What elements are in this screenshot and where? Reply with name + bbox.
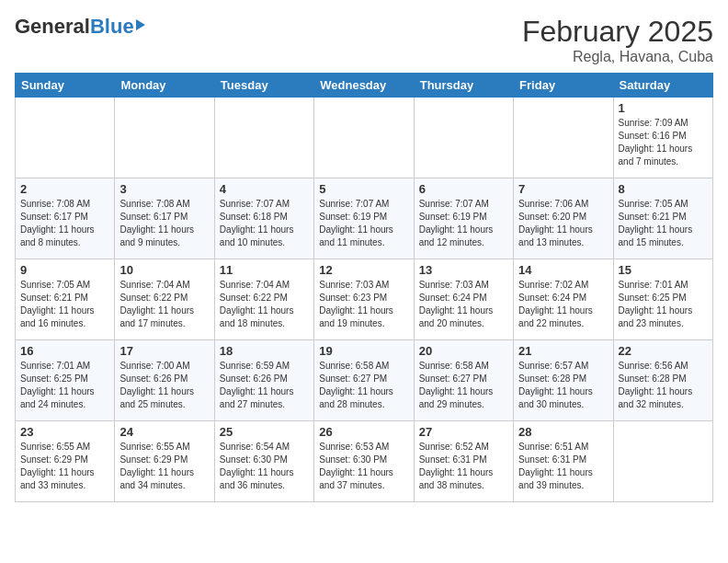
day-info: Sunrise: 6:53 AM Sunset: 6:30 PM Dayligh… bbox=[319, 441, 408, 492]
day-number: 18 bbox=[220, 344, 309, 358]
calendar-cell: 5Sunrise: 7:07 AM Sunset: 6:19 PM Daylig… bbox=[314, 178, 414, 259]
calendar-cell bbox=[214, 98, 313, 178]
calendar-week-5: 23Sunrise: 6:55 AM Sunset: 6:29 PM Dayli… bbox=[16, 421, 713, 502]
day-number: 25 bbox=[220, 425, 309, 439]
calendar-cell: 1Sunrise: 7:09 AM Sunset: 6:16 PM Daylig… bbox=[613, 98, 712, 178]
day-info: Sunrise: 7:07 AM Sunset: 6:18 PM Dayligh… bbox=[220, 198, 309, 249]
day-number: 1 bbox=[619, 101, 708, 115]
day-number: 12 bbox=[319, 263, 408, 277]
day-info: Sunrise: 7:00 AM Sunset: 6:26 PM Dayligh… bbox=[119, 360, 209, 411]
day-number: 16 bbox=[20, 344, 109, 358]
calendar-cell: 16Sunrise: 7:01 AM Sunset: 6:25 PM Dayli… bbox=[16, 340, 115, 421]
calendar-cell: 23Sunrise: 6:55 AM Sunset: 6:29 PM Dayli… bbox=[16, 421, 115, 502]
day-number: 11 bbox=[220, 263, 309, 277]
logo: General Blue bbox=[15, 15, 145, 39]
weekday-header-tuesday: Tuesday bbox=[214, 74, 313, 98]
page-header: General Blue February 2025 Regla, Havana… bbox=[15, 15, 713, 65]
day-number: 21 bbox=[518, 344, 608, 358]
weekday-header-monday: Monday bbox=[115, 74, 214, 98]
day-info: Sunrise: 7:02 AM Sunset: 6:24 PM Dayligh… bbox=[518, 279, 608, 330]
day-info: Sunrise: 6:52 AM Sunset: 6:31 PM Dayligh… bbox=[419, 441, 508, 492]
calendar-cell: 8Sunrise: 7:05 AM Sunset: 6:21 PM Daylig… bbox=[613, 178, 712, 259]
calendar-cell: 25Sunrise: 6:54 AM Sunset: 6:30 PM Dayli… bbox=[214, 421, 313, 502]
calendar-cell: 22Sunrise: 6:56 AM Sunset: 6:28 PM Dayli… bbox=[613, 340, 712, 421]
calendar-cell bbox=[414, 98, 513, 178]
calendar-cell: 17Sunrise: 7:00 AM Sunset: 6:26 PM Dayli… bbox=[115, 340, 214, 421]
day-info: Sunrise: 6:58 AM Sunset: 6:27 PM Dayligh… bbox=[319, 360, 408, 411]
day-number: 10 bbox=[119, 263, 209, 277]
day-number: 14 bbox=[518, 263, 608, 277]
calendar-cell: 26Sunrise: 6:53 AM Sunset: 6:30 PM Dayli… bbox=[314, 421, 414, 502]
calendar-cell bbox=[314, 98, 414, 178]
day-number: 6 bbox=[419, 182, 508, 196]
day-info: Sunrise: 6:54 AM Sunset: 6:30 PM Dayligh… bbox=[220, 441, 309, 492]
day-info: Sunrise: 7:07 AM Sunset: 6:19 PM Dayligh… bbox=[419, 198, 508, 249]
day-info: Sunrise: 6:55 AM Sunset: 6:29 PM Dayligh… bbox=[20, 441, 109, 492]
calendar-cell: 6Sunrise: 7:07 AM Sunset: 6:19 PM Daylig… bbox=[414, 178, 513, 259]
day-number: 19 bbox=[319, 344, 408, 358]
calendar-cell bbox=[115, 98, 214, 178]
weekday-header-sunday: Sunday bbox=[16, 74, 115, 98]
day-number: 4 bbox=[220, 182, 309, 196]
calendar-cell: 4Sunrise: 7:07 AM Sunset: 6:18 PM Daylig… bbox=[214, 178, 313, 259]
weekday-header-friday: Friday bbox=[514, 74, 613, 98]
day-number: 3 bbox=[119, 182, 209, 196]
day-info: Sunrise: 7:09 AM Sunset: 6:16 PM Dayligh… bbox=[619, 117, 708, 168]
weekday-header-thursday: Thursday bbox=[414, 74, 513, 98]
day-info: Sunrise: 6:59 AM Sunset: 6:26 PM Dayligh… bbox=[220, 360, 309, 411]
calendar-cell: 19Sunrise: 6:58 AM Sunset: 6:27 PM Dayli… bbox=[314, 340, 414, 421]
day-number: 7 bbox=[518, 182, 608, 196]
day-info: Sunrise: 6:51 AM Sunset: 6:31 PM Dayligh… bbox=[518, 441, 608, 492]
day-number: 15 bbox=[619, 263, 708, 277]
calendar-table: SundayMondayTuesdayWednesdayThursdayFrid… bbox=[15, 73, 713, 502]
calendar-cell: 10Sunrise: 7:04 AM Sunset: 6:22 PM Dayli… bbox=[115, 259, 214, 340]
calendar-cell: 18Sunrise: 6:59 AM Sunset: 6:26 PM Dayli… bbox=[214, 340, 313, 421]
weekday-header-saturday: Saturday bbox=[613, 74, 712, 98]
weekday-header-wednesday: Wednesday bbox=[314, 74, 414, 98]
calendar-cell: 13Sunrise: 7:03 AM Sunset: 6:24 PM Dayli… bbox=[414, 259, 513, 340]
day-info: Sunrise: 6:58 AM Sunset: 6:27 PM Dayligh… bbox=[419, 360, 508, 411]
day-info: Sunrise: 6:55 AM Sunset: 6:29 PM Dayligh… bbox=[119, 441, 209, 492]
calendar-cell bbox=[514, 98, 613, 178]
day-number: 27 bbox=[419, 425, 508, 439]
day-info: Sunrise: 6:56 AM Sunset: 6:28 PM Dayligh… bbox=[619, 360, 708, 411]
calendar-cell: 15Sunrise: 7:01 AM Sunset: 6:25 PM Dayli… bbox=[613, 259, 712, 340]
calendar-cell bbox=[16, 98, 115, 178]
day-number: 9 bbox=[20, 263, 109, 277]
day-info: Sunrise: 7:01 AM Sunset: 6:25 PM Dayligh… bbox=[20, 360, 109, 411]
calendar-cell: 12Sunrise: 7:03 AM Sunset: 6:23 PM Dayli… bbox=[314, 259, 414, 340]
day-info: Sunrise: 7:06 AM Sunset: 6:20 PM Dayligh… bbox=[518, 198, 608, 249]
calendar-cell: 24Sunrise: 6:55 AM Sunset: 6:29 PM Dayli… bbox=[115, 421, 214, 502]
calendar-cell: 27Sunrise: 6:52 AM Sunset: 6:31 PM Dayli… bbox=[414, 421, 513, 502]
day-info: Sunrise: 7:05 AM Sunset: 6:21 PM Dayligh… bbox=[20, 279, 109, 330]
calendar-week-3: 9Sunrise: 7:05 AM Sunset: 6:21 PM Daylig… bbox=[16, 259, 713, 340]
day-info: Sunrise: 7:07 AM Sunset: 6:19 PM Dayligh… bbox=[319, 198, 408, 249]
day-info: Sunrise: 6:57 AM Sunset: 6:28 PM Dayligh… bbox=[518, 360, 608, 411]
calendar-cell bbox=[613, 421, 712, 502]
month-title: February 2025 bbox=[522, 15, 713, 49]
calendar-cell: 9Sunrise: 7:05 AM Sunset: 6:21 PM Daylig… bbox=[16, 259, 115, 340]
logo-triangle-icon bbox=[136, 19, 145, 30]
calendar-cell: 21Sunrise: 6:57 AM Sunset: 6:28 PM Dayli… bbox=[514, 340, 613, 421]
calendar-cell: 3Sunrise: 7:08 AM Sunset: 6:17 PM Daylig… bbox=[115, 178, 214, 259]
calendar-cell: 7Sunrise: 7:06 AM Sunset: 6:20 PM Daylig… bbox=[514, 178, 613, 259]
day-number: 20 bbox=[419, 344, 508, 358]
day-info: Sunrise: 7:03 AM Sunset: 6:23 PM Dayligh… bbox=[319, 279, 408, 330]
logo-blue-text: Blue bbox=[90, 15, 134, 39]
day-number: 5 bbox=[319, 182, 408, 196]
day-number: 13 bbox=[419, 263, 508, 277]
calendar-cell: 14Sunrise: 7:02 AM Sunset: 6:24 PM Dayli… bbox=[514, 259, 613, 340]
calendar-cell: 2Sunrise: 7:08 AM Sunset: 6:17 PM Daylig… bbox=[16, 178, 115, 259]
day-number: 24 bbox=[119, 425, 209, 439]
day-info: Sunrise: 7:04 AM Sunset: 6:22 PM Dayligh… bbox=[119, 279, 209, 330]
day-number: 8 bbox=[619, 182, 708, 196]
logo-general-text: General bbox=[15, 15, 90, 39]
day-info: Sunrise: 7:03 AM Sunset: 6:24 PM Dayligh… bbox=[419, 279, 508, 330]
day-number: 22 bbox=[619, 344, 708, 358]
day-number: 26 bbox=[319, 425, 408, 439]
day-number: 2 bbox=[20, 182, 109, 196]
calendar-week-2: 2Sunrise: 7:08 AM Sunset: 6:17 PM Daylig… bbox=[16, 178, 713, 259]
location-text: Regla, Havana, Cuba bbox=[522, 49, 713, 65]
day-info: Sunrise: 7:08 AM Sunset: 6:17 PM Dayligh… bbox=[119, 198, 209, 249]
calendar-cell: 20Sunrise: 6:58 AM Sunset: 6:27 PM Dayli… bbox=[414, 340, 513, 421]
